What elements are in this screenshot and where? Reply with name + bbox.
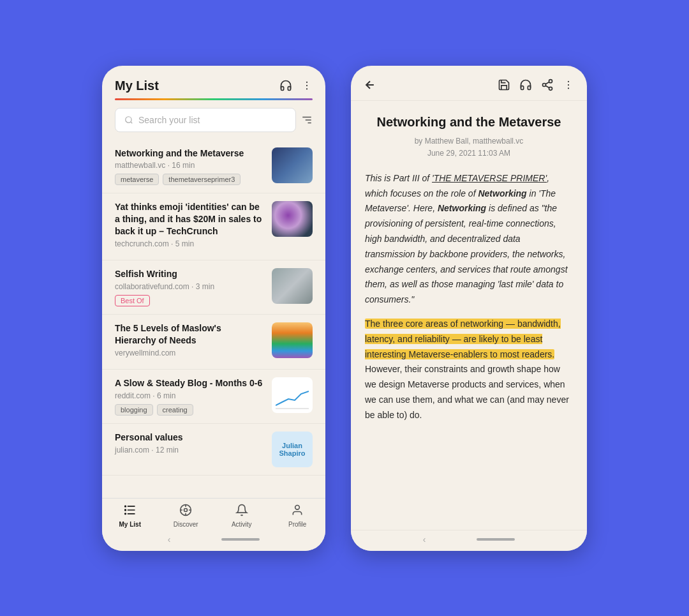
article-tags: blogging creating bbox=[115, 404, 264, 416]
nav-label: Activity bbox=[232, 521, 252, 528]
body-text: This is Part III of 'THE METAVERSE PRIME… bbox=[365, 173, 568, 304]
article-reader: Networking and the Metaverse by Matthew … bbox=[351, 101, 587, 530]
svg-point-1 bbox=[306, 85, 307, 86]
article-thumbnail bbox=[272, 268, 313, 304]
left-phone: My List Search your list bbox=[102, 66, 325, 551]
nav-profile[interactable]: Profile bbox=[270, 504, 326, 528]
save-icon[interactable] bbox=[498, 79, 510, 91]
svg-point-25 bbox=[549, 79, 552, 82]
reader-body: This is Part III of 'THE METAVERSE PRIME… bbox=[365, 171, 573, 423]
list-item[interactable]: A Slow & Steady Blog - Months 0-6 reddit… bbox=[102, 370, 325, 424]
article-thumbnail bbox=[272, 201, 313, 237]
article-title: Selfish Writing bbox=[115, 268, 264, 280]
article-title: The 5 Levels of Maslow's Hierarchy of Ne… bbox=[115, 322, 264, 347]
svg-point-3 bbox=[126, 116, 131, 122]
article-meta: reddit.com · 6 min bbox=[115, 391, 264, 400]
article-meta: julian.com · 12 min bbox=[115, 446, 264, 454]
bottom-nav: My List Discover bbox=[102, 498, 325, 530]
article-content: A Slow & Steady Blog - Months 0-6 reddit… bbox=[115, 377, 264, 416]
nav-label: My List bbox=[119, 521, 141, 528]
article-title: Personal values bbox=[115, 432, 264, 444]
svg-point-27 bbox=[549, 87, 552, 90]
nav-my-list[interactable]: My List bbox=[102, 504, 158, 528]
filter-icon[interactable] bbox=[301, 114, 313, 126]
tag: blogging bbox=[115, 404, 153, 416]
home-indicator bbox=[221, 538, 260, 541]
list-item[interactable]: Personal values julian.com · 12 min Juli… bbox=[102, 424, 325, 476]
article-content: Networking and the Metaverse matthewball… bbox=[115, 147, 264, 186]
search-bar[interactable]: Search your list bbox=[115, 108, 296, 132]
tag: metaverse bbox=[115, 174, 159, 185]
svg-line-28 bbox=[545, 86, 549, 87]
header-icons bbox=[279, 79, 313, 92]
list-item[interactable]: Yat thinks emoji 'identities' can be a t… bbox=[102, 193, 325, 260]
byline-text: by Matthew Ball, matthewball.vc bbox=[415, 137, 524, 146]
nav-discover[interactable]: Discover bbox=[158, 504, 214, 528]
avatar-text: JulianShapiro bbox=[279, 442, 306, 457]
discover-icon bbox=[179, 504, 192, 520]
article-meta: matthewball.vc · 16 min bbox=[115, 161, 264, 170]
article-title: A Slow & Steady Blog - Months 0-6 bbox=[115, 377, 264, 389]
svg-point-16 bbox=[124, 513, 126, 515]
article-meta: collaborativefund.com · 3 min bbox=[115, 282, 264, 291]
highlighted-text: The three core areas of networking — ban… bbox=[365, 319, 561, 359]
nav-label: Discover bbox=[174, 521, 198, 528]
svg-line-29 bbox=[545, 82, 549, 84]
list-icon bbox=[124, 504, 137, 520]
profile-icon bbox=[291, 504, 304, 520]
header-icons bbox=[498, 79, 574, 91]
article-content: Selfish Writing collaborativefund.com · … bbox=[115, 268, 264, 306]
phone-bottom-bar: ‹ bbox=[102, 530, 325, 551]
article-tags: Best Of bbox=[115, 295, 264, 306]
nav-label: Profile bbox=[288, 521, 306, 528]
reader-title: Networking and the Metaverse bbox=[365, 114, 573, 130]
article-thumbnail bbox=[272, 147, 313, 183]
body-paragraph-1: This is Part III of 'THE METAVERSE PRIME… bbox=[365, 171, 573, 308]
article-date: June 29, 2021 11:03 AM bbox=[427, 149, 510, 158]
svg-point-26 bbox=[543, 83, 546, 86]
reader-byline: by Matthew Ball, matthewball.vc June 29,… bbox=[365, 135, 573, 160]
list-item[interactable]: The 5 Levels of Maslow's Hierarchy of Ne… bbox=[102, 315, 325, 370]
search-container: Search your list bbox=[102, 100, 325, 140]
article-content: The 5 Levels of Maslow's Hierarchy of Ne… bbox=[115, 322, 264, 361]
headphones-icon[interactable] bbox=[519, 79, 532, 91]
article-thumbnail: JulianShapiro bbox=[272, 432, 313, 467]
back-arrow[interactable]: ‹ bbox=[423, 534, 426, 545]
search-placeholder: Search your list bbox=[138, 115, 200, 125]
svg-point-15 bbox=[124, 509, 126, 511]
list-item[interactable]: Networking and the Metaverse matthewball… bbox=[102, 140, 325, 194]
article-thumbnail bbox=[272, 377, 313, 413]
article-tags: metaverse themetaverseprimer3 bbox=[115, 174, 264, 185]
headphones-icon[interactable] bbox=[279, 79, 292, 92]
right-header bbox=[351, 66, 587, 101]
nav-activity[interactable]: Activity bbox=[214, 504, 270, 528]
svg-point-31 bbox=[568, 84, 569, 85]
svg-point-30 bbox=[568, 80, 569, 82]
article-meta: verywellmind.com bbox=[115, 349, 264, 357]
more-options-icon[interactable] bbox=[563, 79, 574, 91]
article-meta: techcrunch.com · 5 min bbox=[115, 239, 264, 248]
svg-point-14 bbox=[124, 506, 126, 507]
svg-point-32 bbox=[568, 87, 569, 89]
svg-point-2 bbox=[306, 88, 307, 89]
body-paragraph-2: The three core areas of networking — ban… bbox=[365, 317, 573, 423]
back-button[interactable] bbox=[364, 79, 376, 91]
back-arrow[interactable]: ‹ bbox=[168, 534, 171, 545]
tag: creating bbox=[157, 404, 193, 416]
svg-point-19 bbox=[184, 508, 188, 511]
tag-bestof: Best Of bbox=[115, 295, 150, 306]
my-list-title: My List bbox=[115, 79, 159, 93]
primer-link[interactable]: 'THE METAVERSE PRIMER' bbox=[432, 173, 547, 183]
more-options-icon[interactable] bbox=[301, 80, 313, 91]
body-continuation: However, their constraints and growth sh… bbox=[365, 364, 569, 419]
list-item[interactable]: Selfish Writing collaborativefund.com · … bbox=[102, 260, 325, 315]
right-bottom-bar: ‹ bbox=[351, 530, 587, 551]
articles-list: Networking and the Metaverse matthewball… bbox=[102, 140, 325, 498]
left-header: My List bbox=[102, 66, 325, 93]
article-title: Networking and the Metaverse bbox=[115, 147, 264, 160]
share-icon[interactable] bbox=[541, 79, 554, 91]
svg-point-24 bbox=[295, 505, 300, 509]
article-content: Personal values julian.com · 12 min bbox=[115, 432, 264, 458]
article-content: Yat thinks emoji 'identities' can be a t… bbox=[115, 201, 264, 252]
activity-icon bbox=[235, 504, 248, 520]
